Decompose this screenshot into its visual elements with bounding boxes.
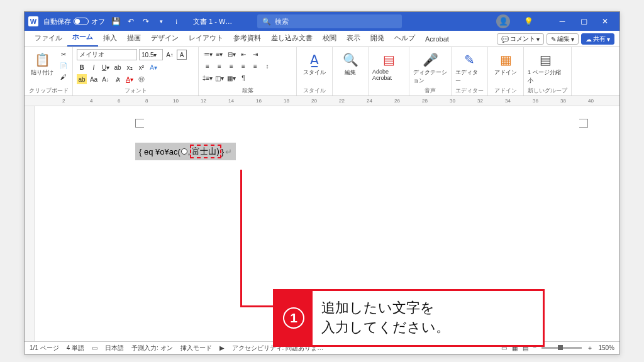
- editor-button[interactable]: ✎エディター: [455, 49, 483, 85]
- align-right-icon[interactable]: ≡: [226, 61, 236, 71]
- shrink-font-icon[interactable]: A↓: [101, 74, 111, 84]
- tab-layout[interactable]: レイアウト: [184, 31, 228, 47]
- maximize-button[interactable]: ▢: [573, 13, 594, 30]
- ruler-vertical[interactable]: [25, 106, 35, 341]
- ribbon-group-clipboard: 📋貼り付け ✂ 📄 🖌 クリップボード: [25, 47, 73, 96]
- status-insert-mode[interactable]: 挿入モード: [180, 344, 212, 353]
- tab-review[interactable]: 校閲: [318, 31, 341, 47]
- increase-indent-icon[interactable]: ⇥: [250, 49, 260, 59]
- mic-icon: 🎤: [423, 52, 438, 68]
- zoom-slider[interactable]: [541, 347, 582, 349]
- bold-icon[interactable]: B: [77, 62, 87, 72]
- clear-format-icon[interactable]: A̷: [113, 74, 123, 84]
- account-icon[interactable]: 👤: [496, 14, 510, 28]
- format-painter-icon[interactable]: 🖌: [58, 72, 69, 82]
- qat-more-icon[interactable]: ▾: [155, 16, 167, 27]
- shading-icon[interactable]: ◫▾: [214, 73, 225, 83]
- shrink-page-button[interactable]: ▤1 ページ分縮小: [528, 49, 563, 85]
- decrease-indent-icon[interactable]: ⇤: [238, 49, 248, 59]
- ruler-horizontal[interactable]: 246810121416182022242628303234363840: [25, 96, 619, 106]
- qat-overflow-icon[interactable]: ⁞: [170, 16, 182, 27]
- char-shading-icon[interactable]: Aa: [89, 74, 99, 84]
- cut-icon[interactable]: ✂: [58, 49, 69, 59]
- clipboard-label: クリップボード: [28, 86, 69, 95]
- coming-soon-icon[interactable]: 💡: [523, 16, 534, 27]
- tab-file[interactable]: ファイル: [30, 31, 67, 47]
- ruler-tick: 36: [533, 98, 538, 104]
- strikethrough-icon[interactable]: ab: [113, 62, 123, 72]
- highlight-icon[interactable]: ab: [77, 74, 87, 84]
- enclose-char-icon[interactable]: ㊕: [136, 74, 147, 84]
- status-spellcheck-icon[interactable]: ▭: [92, 344, 97, 351]
- ruler-tick: 30: [450, 98, 455, 104]
- subscript-icon[interactable]: x₂: [125, 62, 135, 72]
- tab-home[interactable]: ホーム: [67, 30, 98, 47]
- bullets-icon[interactable]: ≔▾: [203, 49, 213, 59]
- status-page[interactable]: 1/1 ページ: [30, 344, 59, 353]
- grow-font-icon[interactable]: A↑: [165, 50, 175, 60]
- acrobat-button[interactable]: ▤Adobe Acrobat: [372, 49, 405, 81]
- tab-view[interactable]: 表示: [341, 31, 365, 47]
- sort-icon[interactable]: ↕: [262, 61, 272, 71]
- tab-draw[interactable]: 描画: [122, 31, 146, 47]
- multilevel-icon[interactable]: ⊟▾: [226, 49, 236, 59]
- dictation-button[interactable]: 🎤ディクテーション: [413, 49, 447, 85]
- font-name-combo[interactable]: メイリオ: [77, 49, 137, 60]
- comment-button[interactable]: 💬 コメント ▾: [497, 33, 544, 45]
- align-left-icon[interactable]: ≡: [203, 61, 213, 71]
- close-button[interactable]: ✕: [594, 13, 616, 30]
- tab-design[interactable]: デザイン: [146, 31, 184, 47]
- tab-mailings[interactable]: 差し込み文書: [266, 31, 318, 47]
- undo-icon[interactable]: ↶: [125, 16, 136, 27]
- show-marks-icon[interactable]: ¶: [238, 73, 248, 83]
- line-spacing-icon[interactable]: ‡≡▾: [203, 73, 213, 83]
- field-suffix: }: [221, 147, 224, 156]
- tab-insert[interactable]: 挿入: [98, 31, 122, 47]
- tab-acrobat[interactable]: Acrobat: [420, 33, 454, 47]
- status-macro-icon[interactable]: ▶: [219, 344, 225, 351]
- styles-button[interactable]: A̲スタイル: [301, 49, 328, 77]
- zoom-in-icon[interactable]: ＋: [587, 344, 593, 353]
- styles-label: スタイル: [301, 86, 328, 95]
- status-predict[interactable]: 予測入力: オン: [131, 344, 173, 353]
- autosave-toggle[interactable]: 自動保存 オフ: [43, 17, 105, 26]
- status-words[interactable]: 4 単語: [67, 344, 84, 353]
- ruler-tick: 24: [367, 98, 372, 104]
- ribbon-group-editing: 🔍編集: [333, 47, 369, 96]
- superscript-icon[interactable]: x²: [136, 62, 147, 72]
- textbox-icon[interactable]: A: [177, 50, 187, 60]
- toggle-pill[interactable]: [74, 18, 89, 25]
- distributed-icon[interactable]: ≡: [250, 61, 260, 71]
- underline-icon[interactable]: U▾: [101, 62, 111, 72]
- minimize-button[interactable]: ─: [552, 13, 573, 30]
- share-button[interactable]: ☁ 共有 ▾: [581, 33, 614, 45]
- redo-icon[interactable]: ↷: [140, 16, 152, 27]
- search-box[interactable]: 🔍 検索: [257, 14, 402, 28]
- italic-icon[interactable]: I: [89, 62, 99, 72]
- field-code[interactable]: { eq ¥o¥ac( , 富士山) } ↵: [135, 143, 236, 160]
- edit-mode-button[interactable]: ✎ 編集 ▾: [547, 33, 579, 45]
- justify-icon[interactable]: ≡: [238, 61, 248, 71]
- numbering-icon[interactable]: ≡▾: [214, 49, 225, 59]
- status-lang[interactable]: 日本語: [105, 344, 124, 353]
- inserted-text-highlight: 富士山): [190, 145, 221, 158]
- borders-icon[interactable]: ▦▾: [226, 73, 236, 83]
- text-effects-icon[interactable]: A▾: [148, 62, 158, 72]
- ruler-tick: 32: [477, 98, 483, 104]
- ribbon-group-voice: 🎤ディクテーション 音声: [409, 47, 452, 96]
- tab-help[interactable]: ヘルプ: [389, 31, 420, 47]
- align-center-icon[interactable]: ≡: [214, 61, 225, 71]
- callout-text: 追加したい文字を 入力してください。: [313, 291, 543, 345]
- paste-button[interactable]: 📋貼り付け: [28, 49, 56, 77]
- zoom-level[interactable]: 150%: [598, 344, 614, 351]
- tab-developer[interactable]: 開発: [365, 31, 389, 47]
- font-size-combo[interactable]: 10.5 ▾: [139, 49, 163, 60]
- copy-icon[interactable]: 📄: [58, 60, 69, 70]
- field-prefix: { eq ¥o¥ac(: [139, 147, 180, 156]
- font-color-icon[interactable]: A▾: [125, 74, 135, 84]
- ruler-tick: 34: [505, 98, 511, 104]
- editing-button[interactable]: 🔍編集: [336, 49, 364, 77]
- save-icon[interactable]: 💾: [110, 16, 121, 27]
- addin-button[interactable]: ▦アドイン: [492, 49, 519, 77]
- tab-references[interactable]: 参考資料: [228, 31, 266, 47]
